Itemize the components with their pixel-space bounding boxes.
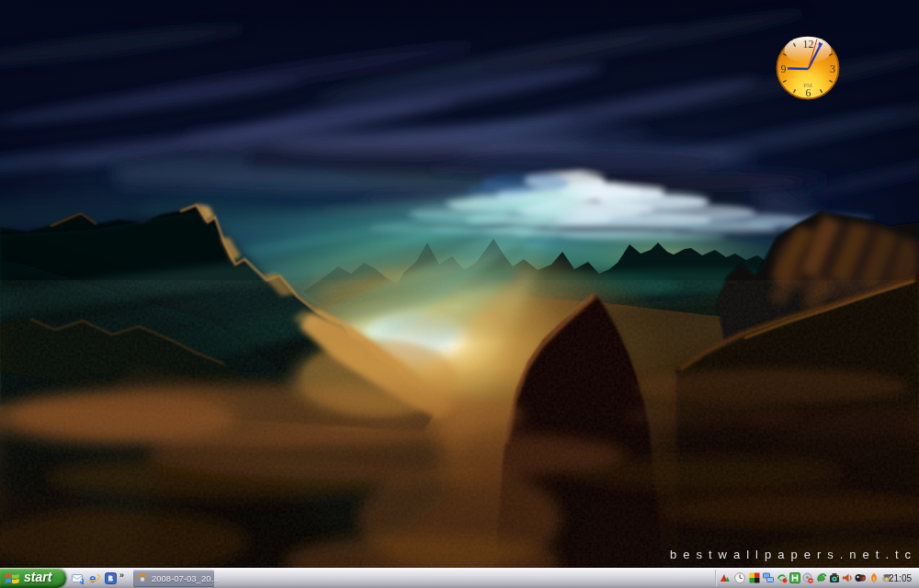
svg-text:PM: PM xyxy=(803,82,812,88)
svg-text:e: e xyxy=(89,572,96,584)
svg-text:9: 9 xyxy=(781,62,787,75)
svg-text:12: 12 xyxy=(803,38,814,51)
svg-text:6: 6 xyxy=(806,86,811,99)
svg-text:3: 3 xyxy=(830,62,835,75)
